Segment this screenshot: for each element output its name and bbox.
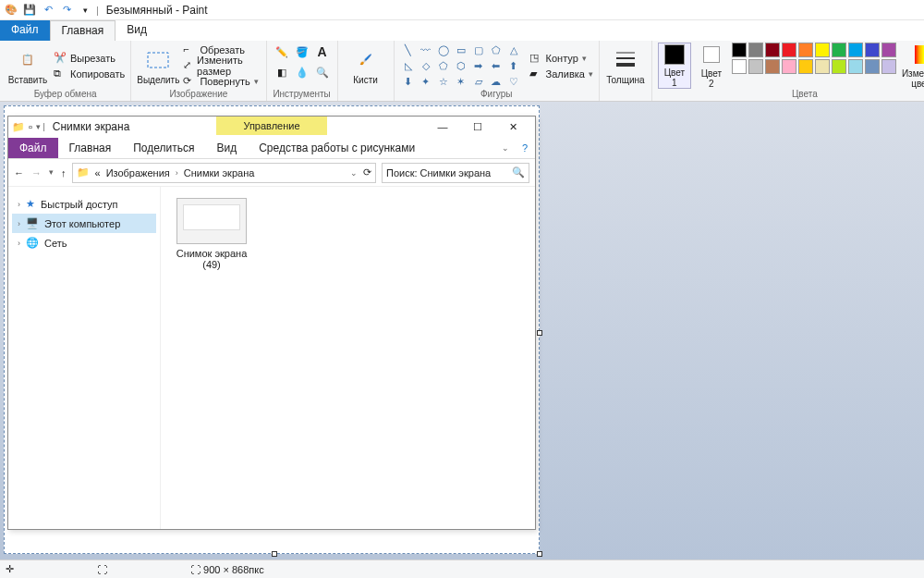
crumb-screens[interactable]: Снимки экрана bbox=[184, 167, 255, 178]
paste-button[interactable]: 📋 Вставить bbox=[6, 43, 50, 89]
nav-up-icon[interactable]: ↑ bbox=[61, 167, 67, 178]
qat-menu-icon[interactable]: ▾ bbox=[78, 3, 92, 18]
tab-file[interactable]: Файл bbox=[0, 20, 50, 41]
color-swatch[interactable] bbox=[782, 59, 796, 74]
shape-rect[interactable]: ▭ bbox=[453, 43, 469, 57]
path-dropdown-icon[interactable]: ⌄ bbox=[350, 168, 358, 178]
close-button[interactable]: ✕ bbox=[502, 121, 524, 133]
sidebar-network[interactable]: ›🌐Сеть bbox=[12, 233, 156, 252]
explorer-titlebar[interactable]: 📁 ▫ ▾ | Снимки экрана Управление ― ☐ ✕ bbox=[8, 117, 535, 137]
shape-arrD[interactable]: ⬇ bbox=[400, 74, 417, 89]
shape-line[interactable]: ╲ bbox=[400, 43, 417, 57]
shape-callO[interactable]: ☁ bbox=[488, 74, 505, 89]
color2-button[interactable]: Цвет 2 bbox=[695, 43, 728, 89]
refresh-icon[interactable]: ⟳ bbox=[363, 166, 371, 178]
text-tool[interactable]: A bbox=[313, 43, 332, 61]
shape-4star[interactable]: ✦ bbox=[418, 74, 434, 89]
save-icon[interactable]: 💾 bbox=[22, 3, 37, 18]
ribbon-collapse-icon[interactable]: ⌄ bbox=[496, 143, 515, 153]
search-icon[interactable]: 🔍 bbox=[512, 166, 525, 178]
color-swatch[interactable] bbox=[798, 43, 813, 57]
ex-tab-view[interactable]: Вид bbox=[205, 138, 248, 158]
shape-rtri[interactable]: ◺ bbox=[400, 58, 417, 73]
sidebar-thispc[interactable]: ›🖥️Этот компьютер bbox=[12, 214, 156, 233]
shape-diam[interactable]: ◇ bbox=[418, 58, 434, 73]
address-path[interactable]: 📁 « Изображения › Снимки экрана ⌄ ⟳ bbox=[72, 163, 377, 183]
copy-button[interactable]: ⧉Копировать bbox=[54, 67, 125, 81]
color-swatch[interactable] bbox=[815, 59, 830, 74]
shape-arrL[interactable]: ⬅ bbox=[488, 58, 505, 73]
shape-hex[interactable]: ⬡ bbox=[453, 58, 469, 73]
shape-arrU[interactable]: ⬆ bbox=[505, 58, 522, 73]
color-swatch[interactable] bbox=[881, 43, 896, 57]
color-palette[interactable] bbox=[732, 43, 896, 74]
eraser-tool[interactable]: ◧ bbox=[273, 63, 291, 81]
minimize-button[interactable]: ― bbox=[432, 121, 454, 133]
shape-6star[interactable]: ✶ bbox=[453, 74, 469, 89]
outline-button[interactable]: ◳Контур ▾ bbox=[529, 51, 593, 66]
tab-view[interactable]: Вид bbox=[116, 20, 158, 41]
color1-button[interactable]: Цвет 1 bbox=[658, 43, 691, 89]
file-item[interactable]: Снимок экрана (49) bbox=[172, 198, 251, 270]
color-swatch[interactable] bbox=[848, 43, 863, 57]
search-placeholder: Поиск: Снимки экрана bbox=[386, 167, 491, 178]
pencil-tool[interactable]: ✏️ bbox=[273, 43, 291, 61]
explorer-file-pane[interactable]: Снимок экрана (49) bbox=[161, 187, 535, 529]
color-swatch[interactable] bbox=[748, 59, 763, 74]
ex-tab-home[interactable]: Главная bbox=[58, 138, 123, 158]
color-swatch[interactable] bbox=[881, 59, 896, 74]
shapes-gallery[interactable]: ╲〰◯▭▢⬠△ ◺◇⬠⬡➡⬅⬆ ⬇✦☆✶▱☁♡ bbox=[400, 43, 522, 89]
ex-tab-pictools[interactable]: Средства работы с рисунками bbox=[248, 138, 426, 158]
shape-poly[interactable]: ⬠ bbox=[488, 43, 505, 57]
color-swatch[interactable] bbox=[748, 43, 763, 57]
bucket-tool[interactable]: 🪣 bbox=[293, 43, 311, 61]
color-swatch[interactable] bbox=[782, 43, 796, 57]
search-box[interactable]: Поиск: Снимки экрана 🔍 bbox=[382, 163, 529, 183]
undo-icon[interactable]: ↶ bbox=[41, 3, 55, 18]
color-swatch[interactable] bbox=[732, 43, 747, 57]
color-swatch[interactable] bbox=[765, 43, 780, 57]
select-button[interactable]: Выделить bbox=[137, 43, 179, 89]
zoom-tool[interactable]: 🔍 bbox=[313, 63, 332, 81]
shape-tri[interactable]: △ bbox=[505, 43, 522, 57]
help-icon[interactable]: ? bbox=[515, 142, 535, 154]
color-swatch[interactable] bbox=[732, 59, 747, 74]
shape-arrR[interactable]: ➡ bbox=[470, 58, 487, 73]
color-swatch[interactable] bbox=[798, 59, 813, 74]
sidebar-quick[interactable]: ›★Быстрый доступ bbox=[12, 194, 156, 214]
color-swatch[interactable] bbox=[815, 43, 830, 57]
tab-home[interactable]: Главная bbox=[50, 20, 116, 41]
redo-icon[interactable]: ↷ bbox=[59, 3, 74, 18]
resize-button[interactable]: ⤢Изменить размер bbox=[183, 58, 260, 73]
shape-5star[interactable]: ☆ bbox=[435, 74, 452, 89]
ex-tab-file[interactable]: Файл bbox=[8, 138, 58, 158]
color-swatch[interactable] bbox=[832, 59, 846, 74]
shape-curve[interactable]: 〰 bbox=[418, 43, 434, 57]
fill-button[interactable]: ▰Заливка ▾ bbox=[529, 67, 593, 81]
crumb-images[interactable]: Изображения bbox=[106, 167, 170, 178]
nav-fwd-icon[interactable]: → bbox=[31, 167, 42, 178]
color-swatch[interactable] bbox=[865, 59, 880, 74]
ex-qat-icon[interactable]: ▫ bbox=[29, 121, 32, 132]
nav-back-icon[interactable]: ← bbox=[14, 167, 24, 178]
brushes-button[interactable]: 🖌️ Кисти bbox=[344, 43, 388, 89]
shape-oval[interactable]: ◯ bbox=[435, 43, 452, 57]
cut-button[interactable]: ✂️Вырезать bbox=[54, 51, 125, 66]
ex-qat-menu[interactable]: ▾ | bbox=[36, 122, 45, 131]
shape-roundrect[interactable]: ▢ bbox=[470, 43, 487, 57]
color-swatch[interactable] bbox=[765, 59, 780, 74]
picker-tool[interactable]: 💧 bbox=[293, 63, 311, 81]
ex-tab-share[interactable]: Поделиться bbox=[122, 138, 205, 158]
maximize-button[interactable]: ☐ bbox=[467, 121, 489, 133]
color-swatch[interactable] bbox=[848, 59, 863, 74]
color-swatch[interactable] bbox=[832, 43, 846, 57]
size-button[interactable]: Толщина bbox=[605, 43, 646, 89]
nav-recent-icon[interactable]: ▾ bbox=[49, 167, 54, 178]
explorer-manage-tab[interactable]: Управление bbox=[216, 117, 327, 135]
edit-colors-button[interactable]: Изменение цветов bbox=[900, 43, 924, 89]
rotate-button[interactable]: ⟳Повернуть ▾ bbox=[183, 74, 260, 89]
color-swatch[interactable] bbox=[865, 43, 880, 57]
shape-pent[interactable]: ⬠ bbox=[435, 58, 452, 73]
shape-callR[interactable]: ▱ bbox=[470, 74, 487, 89]
shape-heart[interactable]: ♡ bbox=[505, 74, 522, 89]
